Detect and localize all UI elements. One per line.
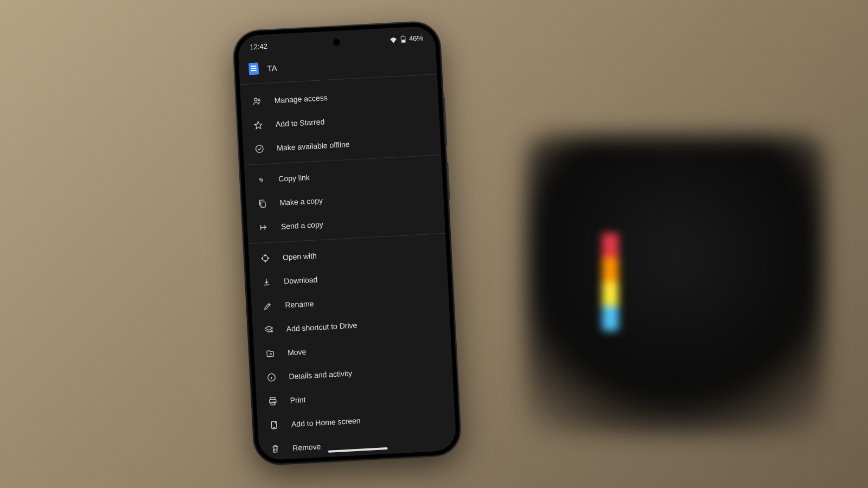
download-icon xyxy=(261,277,272,288)
status-battery-pct: 46% xyxy=(409,34,424,43)
menu-section-sharing: Manage access Add to Starred Make availa… xyxy=(240,76,441,165)
rename-icon xyxy=(262,300,273,312)
link-icon xyxy=(256,174,267,185)
menu-section-copy: Copy link Make a copy Send a copy xyxy=(244,155,445,244)
menu-section-actions: Open with Download Rename Add shortcut t… xyxy=(248,234,457,461)
svg-point-5 xyxy=(256,145,263,152)
openwith-icon xyxy=(259,253,271,264)
status-time: 12:42 xyxy=(250,42,267,52)
phone-frame: 12:42 46% TA xyxy=(233,21,461,465)
star-icon xyxy=(253,119,264,131)
people-icon xyxy=(251,95,263,107)
background-stripe xyxy=(602,233,618,331)
menu-item-label: Manage access xyxy=(274,93,328,105)
shortcut-icon xyxy=(263,324,275,336)
menu-item-label: Make available offline xyxy=(277,140,350,152)
print-icon xyxy=(267,395,278,407)
menu-item-label: Download xyxy=(284,275,318,285)
move-icon xyxy=(265,348,276,359)
phone-volume-button xyxy=(443,97,448,146)
svg-point-4 xyxy=(258,99,260,101)
wifi-icon xyxy=(390,36,398,43)
svg-rect-2 xyxy=(401,40,405,42)
info-icon xyxy=(266,372,277,383)
phone-power-button xyxy=(446,162,450,200)
trash-icon xyxy=(270,443,281,454)
menu-item-label: Make a copy xyxy=(279,196,323,207)
homescreen-icon xyxy=(269,419,280,431)
menu-item-label: Add shortcut to Drive xyxy=(286,321,357,333)
document-icon xyxy=(248,62,259,75)
file-title: TA xyxy=(267,63,277,73)
menu-item-label: Copy link xyxy=(278,173,310,183)
menu-item-label: Open with xyxy=(282,251,317,261)
menu-item-label: Add to Home screen xyxy=(291,416,361,429)
svg-rect-6 xyxy=(261,202,266,207)
menu-item-label: Details and activity xyxy=(289,369,352,381)
menu-item-label: Move xyxy=(288,348,307,357)
svg-point-3 xyxy=(254,98,258,101)
context-menu: Manage access Add to Starred Make availa… xyxy=(240,74,457,460)
background-camera-blur xyxy=(526,136,825,434)
phone-screen: 12:42 46% TA xyxy=(237,25,457,460)
menu-item-label: Send a copy xyxy=(281,220,324,231)
battery-icon xyxy=(400,35,406,43)
menu-item-label: Print xyxy=(290,395,306,404)
svg-rect-10 xyxy=(271,402,275,405)
copy-icon xyxy=(257,198,268,209)
send-icon xyxy=(258,222,269,233)
menu-item-label: Add to Starred xyxy=(276,117,325,129)
menu-item-label: Remove xyxy=(292,442,321,452)
menu-item-label: Rename xyxy=(285,299,314,310)
offline-icon xyxy=(254,143,265,155)
